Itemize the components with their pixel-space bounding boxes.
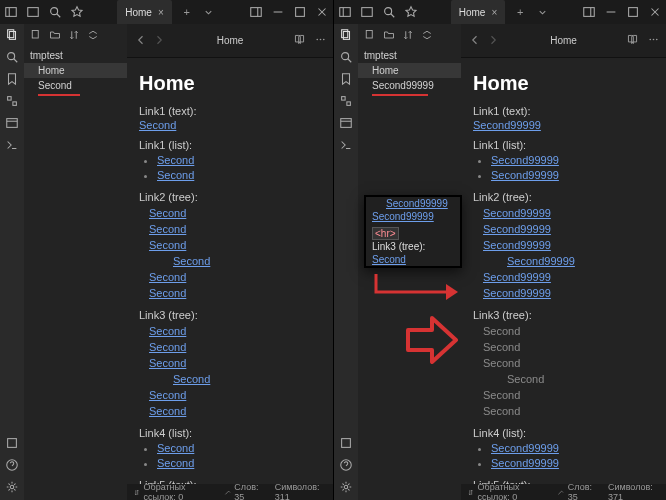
more-icon[interactable] xyxy=(314,33,327,48)
tree-item[interactable]: Second99999 xyxy=(483,271,551,283)
plugin-icon[interactable] xyxy=(5,436,19,450)
sort-icon[interactable] xyxy=(67,28,81,42)
tree-item[interactable]: Second xyxy=(149,341,186,353)
new-tab-button[interactable]: + xyxy=(513,5,527,19)
bookmark-rail-icon[interactable] xyxy=(5,72,19,86)
tree-item[interactable]: Second99999 xyxy=(507,255,575,267)
new-folder-icon[interactable] xyxy=(48,28,62,42)
link-second[interactable]: Second99999 xyxy=(473,119,541,131)
tree-item[interactable]: Second xyxy=(149,239,186,251)
new-note-icon[interactable] xyxy=(363,28,377,42)
tree-item[interactable]: Second xyxy=(149,223,186,235)
svg-rect-17 xyxy=(7,119,18,128)
sidebar-collapse-icon[interactable] xyxy=(4,5,18,19)
maximize-icon[interactable] xyxy=(293,5,307,19)
search-rail-icon[interactable] xyxy=(5,50,19,64)
tree-item[interactable]: Second xyxy=(149,271,186,283)
list-item[interactable]: Second xyxy=(157,169,194,181)
editor-body[interactable]: Home Link1 (text): Second Link1 (list): … xyxy=(127,58,333,484)
folder-icon[interactable] xyxy=(26,5,40,19)
close-icon[interactable]: × xyxy=(158,7,164,18)
new-tab-button[interactable]: + xyxy=(180,5,194,19)
minimize-icon[interactable] xyxy=(604,5,618,19)
tree-item[interactable]: Second xyxy=(149,287,186,299)
nav-forward-icon[interactable] xyxy=(487,34,499,48)
tree-item[interactable]: Second99999 xyxy=(483,287,551,299)
svg-rect-5 xyxy=(251,8,262,17)
tree-item[interactable]: Second xyxy=(149,405,186,417)
star-icon[interactable] xyxy=(70,5,84,19)
list-item[interactable]: Second99999 xyxy=(491,154,559,166)
overlay-link[interactable]: Second99999 xyxy=(386,198,448,209)
file-home[interactable]: Home xyxy=(358,63,461,78)
calendar-rail-icon[interactable] xyxy=(5,116,19,130)
tree-item[interactable]: Second xyxy=(173,373,210,385)
file-second[interactable]: Second99999 xyxy=(358,78,461,93)
star-icon[interactable] xyxy=(404,5,418,19)
tree-item[interactable]: Second xyxy=(149,357,186,369)
link-second[interactable]: Second xyxy=(139,119,176,131)
window-close-icon[interactable] xyxy=(315,5,329,19)
list-item[interactable]: Second xyxy=(157,154,194,166)
folder-icon[interactable] xyxy=(360,5,374,19)
sidebar-collapse-icon[interactable] xyxy=(338,5,352,19)
breadcrumb: Home xyxy=(173,35,287,46)
files-icon[interactable] xyxy=(5,28,19,42)
tab-home[interactable]: Home × xyxy=(451,0,506,24)
folder-row[interactable]: tmptest xyxy=(358,48,461,63)
tree-item[interactable]: Second99999 xyxy=(483,207,551,219)
search-icon[interactable] xyxy=(48,5,62,19)
chevron-down-icon[interactable] xyxy=(535,5,549,19)
settings-icon[interactable] xyxy=(339,480,353,494)
command-rail-icon[interactable] xyxy=(5,138,19,152)
search-rail-icon[interactable] xyxy=(339,50,353,64)
file-home[interactable]: Home xyxy=(24,63,127,78)
nav-forward-icon[interactable] xyxy=(153,34,165,48)
chevron-down-icon[interactable] xyxy=(202,5,216,19)
search-icon[interactable] xyxy=(382,5,396,19)
overlay-link[interactable]: Second99999 xyxy=(372,211,434,222)
tree-item[interactable]: Second xyxy=(149,389,186,401)
plugin-icon[interactable] xyxy=(339,436,353,450)
list-item[interactable]: Second xyxy=(157,442,194,454)
tree-item[interactable]: Second xyxy=(149,207,186,219)
new-folder-icon[interactable] xyxy=(382,28,396,42)
maximize-icon[interactable] xyxy=(626,5,640,19)
file-second[interactable]: Second xyxy=(24,78,127,93)
book-icon[interactable] xyxy=(293,33,306,48)
editor-body[interactable]: Home Link1 (text): Second99999 Link1 (li… xyxy=(461,58,666,484)
help-icon[interactable] xyxy=(339,458,353,472)
book-icon[interactable] xyxy=(626,33,639,48)
nav-back-icon[interactable] xyxy=(469,34,481,48)
tree-item[interactable]: Second xyxy=(149,325,186,337)
graph-rail-icon[interactable] xyxy=(5,94,19,108)
expand-icon[interactable] xyxy=(420,28,434,42)
list-item[interactable]: Second99999 xyxy=(491,442,559,454)
panel-icon[interactable] xyxy=(249,5,263,19)
minimize-icon[interactable] xyxy=(271,5,285,19)
nav-back-icon[interactable] xyxy=(135,34,147,48)
close-icon[interactable]: × xyxy=(491,7,497,18)
new-note-icon[interactable] xyxy=(29,28,43,42)
settings-icon[interactable] xyxy=(5,480,19,494)
bookmark-rail-icon[interactable] xyxy=(339,72,353,86)
folder-row[interactable]: tmptest xyxy=(24,48,127,63)
tab-home[interactable]: Home × xyxy=(117,0,172,24)
files-icon[interactable] xyxy=(339,28,353,42)
list-item[interactable]: Second99999 xyxy=(491,169,559,181)
command-rail-icon[interactable] xyxy=(339,138,353,152)
tree-item[interactable]: Second99999 xyxy=(483,239,551,251)
help-icon[interactable] xyxy=(5,458,19,472)
list-item[interactable]: Second99999 xyxy=(491,457,559,469)
list-item[interactable]: Second xyxy=(157,457,194,469)
sort-icon[interactable] xyxy=(401,28,415,42)
more-icon[interactable] xyxy=(647,33,660,48)
expand-icon[interactable] xyxy=(86,28,100,42)
tree-item[interactable]: Second99999 xyxy=(483,223,551,235)
panel-icon[interactable] xyxy=(582,5,596,19)
window-close-icon[interactable] xyxy=(648,5,662,19)
calendar-rail-icon[interactable] xyxy=(339,116,353,130)
tree-item[interactable]: Second xyxy=(173,255,210,267)
graph-rail-icon[interactable] xyxy=(339,94,353,108)
overlay-link[interactable]: Second xyxy=(372,254,406,265)
